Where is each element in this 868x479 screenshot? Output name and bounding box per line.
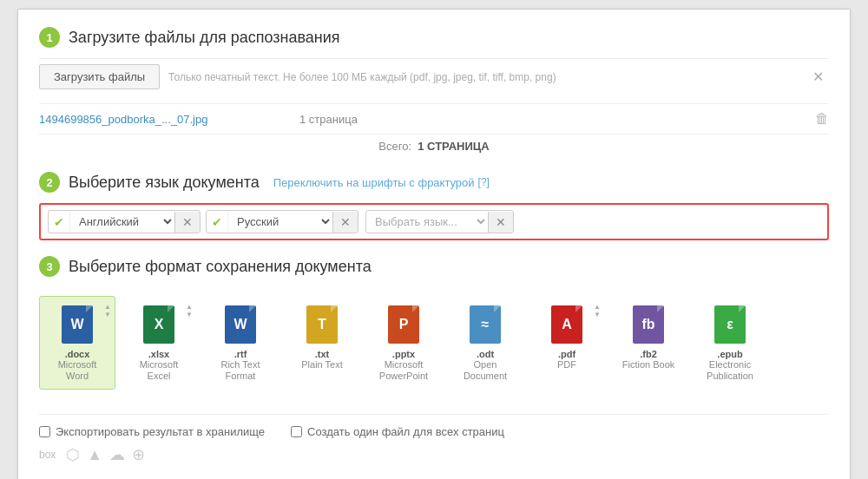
format-ext-xlsx: .xlsx	[148, 349, 169, 359]
drive-icon[interactable]: ▲	[87, 446, 102, 464]
upload-button[interactable]: Загрузить файлы	[39, 64, 160, 89]
total-value: 1 СТРАНИЦА	[418, 140, 489, 153]
lang1-remove-button[interactable]: ✕	[174, 212, 200, 233]
section-language: 2 Выберите язык документа Переключить на…	[39, 172, 829, 240]
file-pages: 1 страница	[282, 113, 815, 126]
format-item-pptx[interactable]: P.pptxMicrosoft PowerPoint	[365, 296, 442, 390]
format-icon-rtf: W	[223, 304, 258, 345]
ftp-icon[interactable]: ⊕	[132, 445, 145, 464]
format-icon-pptx: P	[386, 304, 421, 345]
section1-title: Загрузите файлы для распознавания	[69, 29, 340, 47]
single-file-checkbox-text: Создать один файл для всех страниц	[307, 425, 504, 438]
format-item-fb2[interactable]: fb.fb2Fiction Book	[610, 296, 687, 390]
lang1-select[interactable]: Английский	[70, 211, 174, 233]
lang-add: Выбрать язык... ✕	[365, 210, 514, 233]
format-name-pdf: PDF	[557, 359, 576, 371]
lang3-select[interactable]: Выбрать язык...	[366, 211, 488, 233]
format-item-txt[interactable]: T.txtPlain Text	[284, 296, 360, 390]
section1-header: 1 Загрузите файлы для распознавания	[39, 27, 829, 48]
format-item-odt[interactable]: ≈.odtOpen Document	[447, 296, 523, 390]
single-file-checkbox-label[interactable]: Создать один файл для всех страниц	[291, 425, 504, 438]
format-icon-docx: W	[60, 304, 95, 345]
lang2-check-icon: ✔	[207, 212, 228, 233]
cloud-icon[interactable]: ☁	[109, 445, 125, 464]
format-ext-fb2: .fb2	[640, 349, 657, 359]
format-name-xlsx: Microsoft Excel	[140, 359, 179, 382]
export-checkbox-label[interactable]: Экспортировать результат в хранилище	[39, 425, 265, 438]
section2-header: 2 Выберите язык документа Переключить на…	[39, 172, 829, 193]
format-name-rtf: Rich Text Format	[220, 359, 260, 382]
total-label: Всего:	[378, 140, 411, 153]
format-icon-xlsx: X	[141, 304, 176, 345]
footer-row: Экспортировать результат в хранилище Соз…	[39, 414, 829, 438]
upload-close-icon[interactable]: ✕	[807, 67, 829, 87]
format-item-rtf[interactable]: W.rtfRich Text Format	[202, 296, 279, 390]
format-ext-epub: .epub	[717, 349, 742, 359]
format-icon-odt: ≈	[468, 304, 503, 345]
format-ext-txt: .txt	[315, 349, 330, 359]
section3-number: 3	[39, 256, 60, 277]
dropbox-icon[interactable]: ⬡	[66, 445, 80, 464]
format-name-epub: Electronic Publication	[707, 359, 753, 382]
section2-title: Выберите язык документа	[69, 174, 260, 192]
format-ext-rtf: .rtf	[234, 349, 247, 359]
section-upload: 1 Загрузите файлы для распознавания Загр…	[39, 27, 829, 156]
upload-row: Загрузить файлы Только печатный текст. Н…	[39, 58, 829, 95]
total-row: Всего: 1 СТРАНИЦА	[39, 134, 829, 156]
section3-title: Выберите формат сохранения документа	[69, 258, 372, 276]
lang2-remove-button[interactable]: ✕	[332, 212, 358, 233]
section3-header: 3 Выберите формат сохранения документа	[39, 256, 829, 277]
lang3-remove-button[interactable]: ✕	[488, 212, 513, 233]
switch-font-link[interactable]: Переключить на шрифты с фрактурой	[273, 176, 475, 189]
format-name-pptx: Microsoft PowerPoint	[379, 359, 428, 382]
format-item-docx[interactable]: ▲▼W.docxMicrosoft Word	[39, 296, 115, 390]
section2-number: 2	[39, 172, 60, 193]
file-row: 1494699856_podborka_..._07.jpg 1 страниц…	[39, 103, 829, 134]
export-icons-row: box ⬡ ▲ ☁ ⊕	[39, 438, 829, 464]
section-format: 3 Выберите формат сохранения документа ▲…	[39, 256, 829, 398]
file-delete-icon[interactable]: 🗑	[815, 111, 829, 127]
upload-hint: Только печатный текст. Не более 100 МБ к…	[168, 71, 799, 83]
format-ext-odt: .odt	[477, 349, 494, 359]
lang-item-2: ✔ Русский ✕	[206, 210, 358, 233]
help-label[interactable]: [?]	[478, 176, 490, 188]
main-container: 1 Загрузите файлы для распознавания Загр…	[17, 9, 851, 479]
section1-number: 1	[39, 27, 60, 48]
format-name-docx: Microsoft Word	[58, 359, 97, 382]
format-icon-epub: ε	[713, 304, 747, 345]
lang-item-1: ✔ Английский ✕	[48, 210, 201, 233]
format-ext-docx: .docx	[65, 349, 90, 359]
format-icon-txt: T	[305, 304, 339, 345]
format-icon-pdf: A	[549, 304, 584, 345]
export-label: box	[39, 449, 56, 461]
format-name-fb2: Fiction Book	[622, 359, 675, 371]
single-file-checkbox[interactable]	[291, 426, 302, 437]
export-checkbox[interactable]	[39, 426, 50, 437]
format-icon-fb2: fb	[631, 304, 666, 345]
format-grid: ▲▼W.docxMicrosoft Word▲▼X.xlsxMicrosoft …	[39, 287, 829, 398]
format-ext-pdf: .pdf	[558, 349, 575, 359]
format-ext-pptx: .pptx	[392, 349, 415, 359]
format-name-txt: Plain Text	[301, 359, 343, 371]
language-selectors: ✔ Английский ✕ ✔ Русский ✕ Выбрать язык.…	[39, 203, 829, 240]
lang1-check-icon: ✔	[49, 212, 70, 233]
format-item-epub[interactable]: ε.epubElectronic Publication	[692, 296, 768, 390]
format-item-xlsx[interactable]: ▲▼X.xlsxMicrosoft Excel	[121, 296, 197, 390]
file-name: 1494699856_podborka_..._07.jpg	[39, 113, 282, 126]
format-item-pdf[interactable]: ▲▼A.pdfPDF	[529, 296, 605, 390]
format-name-odt: Open Document	[464, 359, 507, 382]
export-checkbox-text: Экспортировать результат в хранилище	[56, 425, 265, 438]
lang2-select[interactable]: Русский	[228, 211, 332, 233]
